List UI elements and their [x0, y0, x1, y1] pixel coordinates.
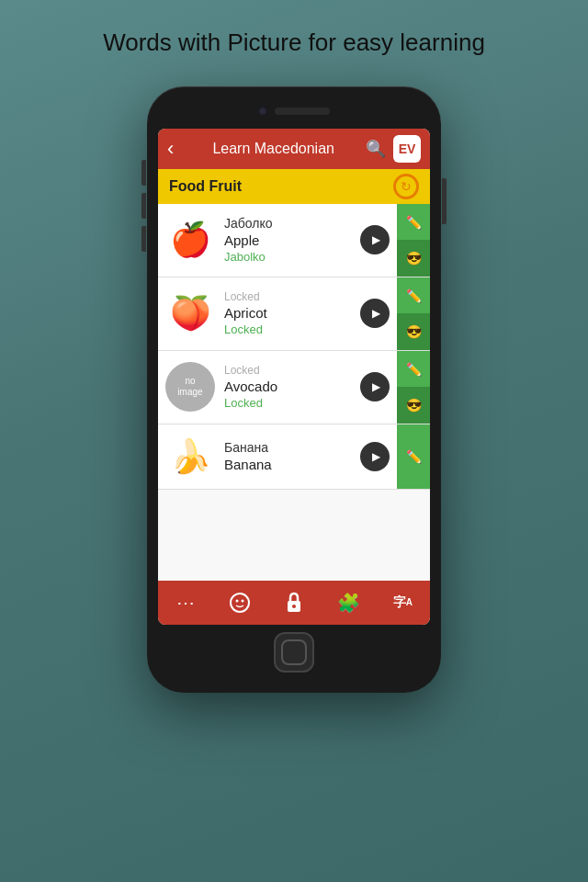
header-title: Learn Macedonian: [181, 141, 366, 157]
face-button-apple[interactable]: 😎: [397, 240, 430, 277]
word-image-apple: 🍎: [165, 215, 215, 265]
table-row: 🍎 Јаболко Apple Jabolko ✏️ 😎: [158, 204, 430, 277]
word-text-apricot: Locked Apricot Locked: [224, 290, 351, 336]
word-english-avocado: Avocado: [224, 379, 351, 394]
phone-screen: ‹ Learn Macedonian 🔍 EV Food Fruit ↻ 🍎 Ј…: [158, 129, 430, 625]
face-button-avocado[interactable]: 😎: [397, 387, 430, 424]
edit-button-banana[interactable]: ✏️: [397, 424, 430, 489]
word-english-apple: Apple: [224, 232, 351, 248]
word-row-content: 🍌 Банана Banana: [158, 424, 397, 489]
category-icon[interactable]: ↻: [393, 174, 419, 199]
table-row: noimage Locked Avocado Locked ✏️ 😎: [158, 351, 430, 424]
word-transliteration-apple: Jabolko: [224, 250, 351, 264]
table-row: 🍌 Банана Banana ✏️: [158, 424, 430, 490]
app-header: ‹ Learn Macedonian 🔍 EV: [158, 129, 430, 169]
play-button-apricot[interactable]: [360, 299, 390, 328]
phone-camera: [258, 107, 267, 116]
phone-bottom: [158, 625, 430, 680]
word-actions-apricot: ✏️ 😎: [397, 277, 430, 350]
play-button-avocado[interactable]: [360, 372, 390, 401]
word-text-banana: Банана Banana: [224, 440, 351, 472]
home-button[interactable]: [274, 632, 314, 673]
play-button-banana[interactable]: [360, 442, 390, 471]
word-row-content: 🍎 Јаболко Apple Jabolko: [158, 204, 397, 277]
word-list: 🍎 Јаболко Apple Jabolko ✏️ 😎 🍑: [158, 204, 430, 581]
word-row-content: 🍑 Locked Apricot Locked: [158, 277, 397, 350]
nav-item-translate[interactable]: 字A: [384, 584, 421, 621]
phone-top-bar: [158, 97, 430, 125]
word-english-apricot: Apricot: [224, 305, 351, 321]
word-transliteration-apricot: Locked: [224, 322, 351, 336]
word-image-apricot: 🍑: [165, 288, 215, 338]
phone-speaker: [275, 107, 330, 115]
back-button[interactable]: ‹: [167, 137, 174, 161]
nav-item-lock[interactable]: [276, 584, 312, 621]
edit-button-apricot[interactable]: ✏️: [397, 277, 430, 314]
face-button-apricot[interactable]: 😎: [397, 313, 430, 350]
word-text-apple: Јаболко Apple Jabolko: [224, 216, 351, 264]
word-actions-avocado: ✏️ 😎: [397, 351, 430, 424]
word-image-banana: 🍌: [165, 432, 215, 481]
word-text-avocado: Locked Avocado Locked: [224, 364, 351, 410]
svg-point-1: [235, 599, 238, 602]
app-logo: EV: [393, 135, 421, 163]
svg-point-0: [231, 594, 249, 612]
side-button-right: [442, 178, 447, 224]
category-title: Food Fruit: [169, 178, 242, 195]
word-actions-banana: ✏️: [397, 424, 430, 489]
category-bar: Food Fruit ↻: [158, 169, 430, 204]
word-locked-label-apricot: Locked: [224, 290, 351, 303]
table-row: 🍑 Locked Apricot Locked ✏️ 😎: [158, 277, 430, 351]
svg-point-4: [292, 605, 296, 608]
svg-point-2: [241, 599, 243, 602]
play-button-apple[interactable]: [360, 225, 390, 254]
word-locked-label-avocado: Locked: [224, 364, 351, 377]
word-native-banana: Банана: [224, 440, 351, 455]
word-image-avocado: noimage: [165, 362, 215, 412]
nav-item-puzzle[interactable]: 🧩: [330, 584, 367, 621]
edit-button-avocado[interactable]: ✏️: [397, 351, 430, 388]
phone-shell: ‹ Learn Macedonian 🔍 EV Food Fruit ↻ 🍎 Ј…: [147, 86, 441, 693]
side-buttons-left: [141, 160, 146, 252]
word-english-banana: Banana: [224, 457, 351, 472]
word-transliteration-avocado: Locked: [224, 396, 351, 410]
word-actions-apple: ✏️ 😎: [397, 204, 430, 277]
word-native-apple: Јаболко: [224, 216, 351, 231]
word-row-content: noimage Locked Avocado Locked: [158, 351, 397, 424]
nav-item-face[interactable]: [221, 584, 258, 621]
nav-item-menu[interactable]: ⋯: [167, 584, 204, 621]
edit-button-apple[interactable]: ✏️: [397, 204, 430, 241]
bottom-nav: ⋯ 🧩 字A: [158, 581, 430, 625]
home-button-inner: [281, 639, 307, 665]
page-title: Words with Picture for easy learning: [66, 0, 522, 77]
search-icon[interactable]: 🔍: [366, 139, 386, 159]
